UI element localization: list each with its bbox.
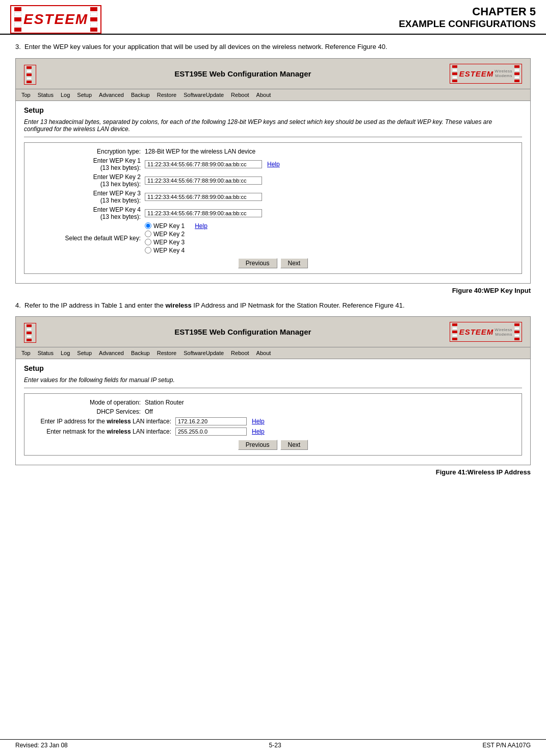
- wep-key1-row: Enter WEP Key 1(13 hex bytes): Help: [33, 157, 513, 171]
- sm-stripe1: [27, 66, 32, 69]
- dhcp-row: DHCP Services: Off: [33, 408, 513, 415]
- figure41-caption: Figure 41:Wireless IP Address: [15, 468, 531, 476]
- wep-key2-input[interactable]: [145, 177, 262, 185]
- esteem-logo-small-41: [24, 323, 36, 343]
- wep-form: Encryption type: 128-Bit WEP for the wir…: [24, 142, 522, 274]
- stripe10: [90, 28, 97, 32]
- mode-row: Mode of operation: Station Router: [33, 399, 513, 406]
- nav-softwareupdate-40[interactable]: SoftwareUpdate: [180, 90, 227, 99]
- nav-reboot-40[interactable]: Reboot: [227, 90, 252, 99]
- esteem-logo-box-right-41: ESTEEM Wireless Modems: [450, 322, 522, 342]
- button-row-41: Previous Next: [33, 440, 513, 450]
- nav-setup-41[interactable]: Setup: [73, 348, 95, 358]
- wep-radio-input-2[interactable]: [145, 231, 151, 237]
- wireless-modems-41b: Modems: [495, 332, 512, 337]
- default-wep-row: Select the default WEP key: WEP Key 1 WE…: [33, 222, 513, 254]
- config-title-40: EST195E Web Configuration Manager: [174, 69, 311, 78]
- wep-radio-1[interactable]: WEP Key 1: [145, 222, 185, 230]
- next-button-40[interactable]: Next: [280, 258, 308, 268]
- sm-stripe3: [27, 73, 32, 76]
- esteem-logo-right-41: ESTEEM Wireless Modems: [450, 322, 522, 342]
- logo-stripes-r-left-sm-40: [452, 65, 457, 82]
- setup-title-40: Setup: [24, 106, 522, 114]
- nav-status-40[interactable]: Status: [34, 90, 57, 99]
- esteem-logo-small-40: [24, 65, 36, 85]
- netmask-help[interactable]: Help: [252, 428, 265, 435]
- wep-key4-input[interactable]: [145, 209, 262, 217]
- wep-key3-input[interactable]: [145, 193, 262, 201]
- step4-after: IP Address and IP Netmask for the Statio…: [192, 301, 405, 309]
- nav-reboot-41[interactable]: Reboot: [227, 348, 252, 358]
- wep-key1-help[interactable]: Help: [267, 161, 280, 168]
- nav-advanced-40[interactable]: Advanced: [95, 90, 127, 99]
- encryption-type-label: Encryption type:: [33, 148, 145, 155]
- wep-key1-label: Enter WEP Key 1(13 hex bytes):: [33, 157, 145, 171]
- logo-stripes-left: [14, 7, 21, 32]
- config-title-41: EST195E Web Configuration Manager: [174, 327, 311, 336]
- wep-radio-3[interactable]: WEP Key 3: [145, 239, 185, 246]
- wep-radio-label-3: WEP Key 3: [153, 239, 185, 246]
- nav-advanced-41[interactable]: Advanced: [95, 348, 127, 358]
- content-area-40: Setup Enter 13 hexadecimal bytes, separa…: [16, 101, 530, 283]
- nav-backup-41[interactable]: Backup: [127, 348, 153, 358]
- step4-text: 4. Refer to the IP address in Table 1 an…: [15, 300, 531, 311]
- encryption-type-value: 128-Bit WEP for the wireless LAN device: [145, 148, 255, 155]
- nav-restore-41[interactable]: Restore: [153, 348, 180, 358]
- content-area-41: Setup Enter values for the following fie…: [16, 359, 530, 465]
- logo-stripes-r-right-sm-41: [514, 323, 519, 340]
- page-header: ESTEEM CHAPTER 5 EXAMPLE CONFIGURATIONS: [0, 0, 546, 35]
- wep-radio-2[interactable]: WEP Key 2: [145, 231, 185, 238]
- stripe8: [90, 17, 97, 21]
- stripe1: [14, 7, 21, 11]
- netmask-input[interactable]: [175, 427, 247, 436]
- stripe6: [90, 7, 97, 11]
- nav-top-41[interactable]: Top: [18, 348, 34, 358]
- wep-key2-row: Enter WEP Key 2(13 hex bytes):: [33, 173, 513, 188]
- nav-bar-41: Top Status Log Setup Advanced Backup Res…: [16, 347, 530, 359]
- wep-radio-input-1[interactable]: [145, 222, 151, 229]
- nav-setup-40[interactable]: Setup: [73, 90, 95, 99]
- nav-top-40[interactable]: Top: [18, 90, 34, 99]
- next-button-41[interactable]: Next: [280, 440, 308, 450]
- config-header-41: EST195E Web Configuration Manager ESTEEM…: [16, 317, 530, 347]
- sm-stripe2: [27, 70, 32, 72]
- wep-radio-4[interactable]: WEP Key 4: [145, 247, 185, 254]
- footer-revised: Revised: 23 Jan 08: [15, 742, 68, 749]
- ip-address-help[interactable]: Help: [252, 418, 265, 425]
- previous-button-40[interactable]: Previous: [238, 258, 277, 268]
- setup-title-41: Setup: [24, 364, 522, 372]
- setup-description-41: Enter values for the following fields fo…: [24, 376, 522, 388]
- nav-softwareupdate-41[interactable]: SoftwareUpdate: [180, 348, 227, 358]
- nav-status-41[interactable]: Status: [34, 348, 57, 358]
- nav-restore-40[interactable]: Restore: [153, 90, 180, 99]
- wep-key1-input[interactable]: [145, 160, 262, 168]
- stripe4: [14, 22, 21, 27]
- wep-radio-group: WEP Key 1 WEP Key 2 WEP Key 3 WEP K: [145, 222, 185, 254]
- default-wep-help[interactable]: Help: [195, 222, 207, 230]
- stripe2: [14, 12, 21, 16]
- nav-log-40[interactable]: Log: [57, 90, 73, 99]
- sm-stripe4: [27, 77, 32, 80]
- ip-form: Mode of operation: Station Router DHCP S…: [24, 393, 522, 456]
- netmask-label: Enter netmask for the wireless LAN inter…: [33, 428, 175, 435]
- wep-key4-row: Enter WEP Key 4(13 hex bytes):: [33, 206, 513, 220]
- footer-page-num: 5-23: [269, 742, 281, 749]
- wep-radio-input-3[interactable]: [145, 239, 151, 245]
- chapter-heading: CHAPTER 5 EXAMPLE CONFIGURATIONS: [399, 5, 536, 30]
- ip-address-input[interactable]: [175, 417, 247, 425]
- nav-backup-40[interactable]: Backup: [127, 90, 153, 99]
- nav-log-41[interactable]: Log: [57, 348, 73, 358]
- nav-about-41[interactable]: About: [253, 348, 275, 358]
- ip-address-label: Enter IP address for the wireless LAN in…: [33, 418, 175, 425]
- wep-radio-input-4[interactable]: [145, 247, 151, 254]
- stripe5: [14, 28, 21, 32]
- nav-bar-40: Top Status Log Setup Advanced Backup Res…: [16, 89, 530, 101]
- mode-label: Mode of operation:: [33, 399, 145, 406]
- default-wep-label: Select the default WEP key:: [33, 235, 145, 242]
- nav-about-40[interactable]: About: [253, 90, 275, 99]
- step3-text: 3. Enter the WEP key values for your app…: [15, 42, 531, 52]
- stripe7: [90, 12, 97, 16]
- logo-area: ESTEEM: [10, 5, 399, 34]
- step4-before: Refer to the IP address in Table 1 and e…: [24, 301, 165, 309]
- previous-button-41[interactable]: Previous: [238, 440, 277, 450]
